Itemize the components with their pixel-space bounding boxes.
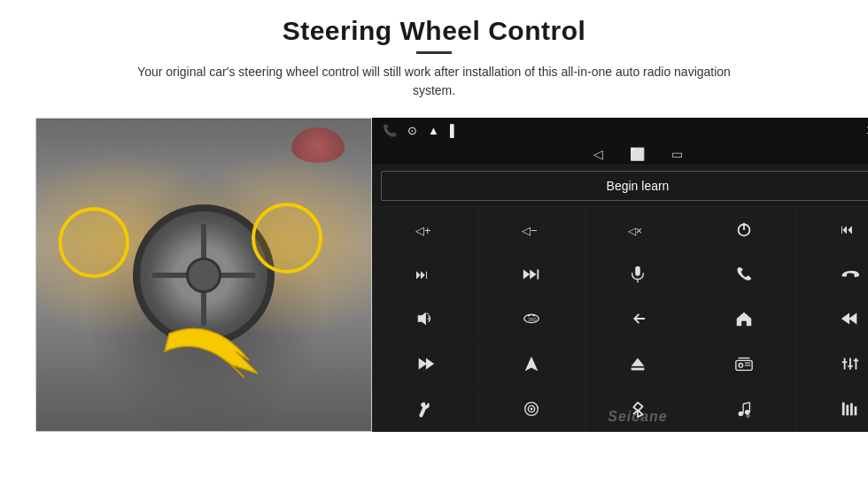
svg-marker-8 — [530, 269, 536, 279]
bluetooth-icon — [628, 399, 647, 419]
wrench-button[interactable] — [373, 387, 478, 431]
svg-marker-12 — [418, 312, 426, 326]
mute-icon: ◁× — [628, 219, 647, 239]
power-button[interactable] — [691, 207, 796, 251]
hangup-button[interactable] — [797, 252, 868, 296]
power-icon — [734, 219, 754, 239]
phone-status-icon: 📞 — [383, 124, 397, 137]
fast-fwd-btn[interactable] — [479, 252, 585, 296]
svg-rect-45 — [850, 404, 853, 416]
svg-point-37 — [738, 412, 743, 417]
circle-left-highlight — [58, 207, 129, 278]
mic-icon — [628, 265, 647, 284]
vol-down-icon: ◁− — [522, 219, 541, 239]
svg-marker-19 — [419, 358, 427, 370]
page-title: Steering Wheel Control — [35, 16, 833, 46]
home-icon — [734, 309, 754, 328]
360-button[interactable]: 360 — [479, 297, 585, 342]
content-area: 📞 ⊙ ▲ ▌ 15:52 ◁ ⬜ ▭ Be — [35, 118, 833, 432]
speaker-button[interactable] — [373, 297, 478, 342]
home-button[interactable] — [691, 297, 796, 342]
begin-learn-button[interactable]: Begin learn — [381, 171, 868, 201]
bars-button[interactable] — [797, 387, 868, 431]
prev-track-icon: ⏮ — [841, 219, 860, 239]
car-image-bg — [36, 119, 371, 431]
vol-down-button[interactable]: ◁− — [479, 207, 585, 251]
skip-back-icon — [841, 309, 860, 328]
navigate-button[interactable] — [479, 342, 585, 386]
next-icon: ⏭ — [415, 265, 435, 284]
phone-button[interactable] — [691, 252, 796, 296]
svg-rect-10 — [635, 266, 640, 276]
android-navbar: ◁ ⬜ ▭ — [372, 142, 868, 166]
target-button[interactable] — [479, 387, 585, 431]
subtitle-text: Your original car's steering wheel contr… — [124, 63, 744, 100]
back-nav-btn[interactable]: ◁ — [593, 147, 603, 161]
back-arrow-button[interactable] — [585, 297, 691, 342]
vol-up-icon: ◁+ — [415, 219, 435, 239]
svg-text:360: 360 — [529, 317, 537, 322]
bars-icon — [841, 399, 860, 419]
hangup-icon — [841, 265, 860, 284]
circle-right-highlight — [252, 203, 322, 273]
svg-rect-43 — [841, 403, 844, 416]
wrench-icon — [415, 399, 435, 419]
android-screen-wrapper: 📞 ⊙ ▲ ▌ 15:52 ◁ ⬜ ▭ Be — [372, 118, 868, 432]
equalizer-icon — [841, 354, 860, 373]
eject-icon — [628, 354, 647, 373]
svg-point-36 — [531, 408, 533, 411]
back-arrow-icon — [628, 309, 647, 328]
svg-text:◁×: ◁× — [628, 224, 642, 236]
svg-rect-23 — [632, 368, 645, 371]
page-container: Steering Wheel Control Your original car… — [0, 0, 868, 485]
svg-point-14 — [428, 319, 430, 320]
svg-text:⚙: ⚙ — [746, 412, 750, 419]
music-icon: ⚙ — [734, 399, 754, 419]
music-button[interactable]: ⚙ — [691, 387, 796, 431]
mute-button[interactable]: ◁× — [585, 207, 691, 251]
radio-button[interactable] — [691, 342, 796, 386]
battery-status-icon: ▌ — [450, 124, 458, 137]
begin-learn-row: Begin learn — [372, 166, 868, 206]
equalizer-button[interactable] — [797, 342, 868, 386]
prev-track-button[interactable]: ⏮ — [797, 207, 868, 251]
mic-button[interactable] — [585, 252, 691, 296]
skip-forward-icon — [415, 354, 435, 373]
svg-marker-17 — [849, 313, 856, 325]
wifi-status-icon: ▲ — [428, 124, 439, 137]
gauge-bg — [291, 127, 345, 163]
bluetooth-button[interactable] — [585, 387, 691, 431]
wheel-hub — [186, 258, 221, 293]
svg-line-40 — [743, 403, 749, 404]
navigate-icon — [522, 354, 541, 373]
svg-text:⏭: ⏭ — [415, 266, 429, 281]
skip-back-button[interactable] — [797, 297, 868, 342]
title-divider — [416, 51, 452, 54]
statusbar-left: 📞 ⊙ ▲ ▌ — [383, 124, 458, 137]
svg-marker-21 — [525, 357, 539, 372]
svg-text:◁+: ◁+ — [415, 223, 431, 236]
controls-grid: ◁+ ◁− ◁× — [372, 206, 868, 432]
svg-rect-46 — [854, 406, 856, 415]
svg-point-25 — [739, 364, 743, 368]
svg-marker-18 — [841, 313, 849, 325]
title-section: Steering Wheel Control Your original car… — [35, 16, 833, 100]
android-ui: 📞 ⊙ ▲ ▌ 15:52 ◁ ⬜ ▭ Be — [372, 118, 868, 432]
svg-marker-20 — [426, 358, 434, 370]
target-icon — [522, 399, 541, 419]
svg-text:⏮: ⏮ — [841, 221, 854, 235]
next-btn[interactable]: ⏭ — [373, 252, 478, 296]
skip-forward-button[interactable] — [373, 342, 478, 386]
phone-icon — [734, 265, 754, 284]
eject-button[interactable] — [585, 342, 691, 386]
car-image — [35, 118, 372, 432]
android-statusbar: 📞 ⊙ ▲ ▌ 15:52 — [372, 118, 868, 142]
recent-nav-btn[interactable]: ▭ — [671, 147, 683, 161]
speaker-icon — [415, 309, 435, 328]
svg-marker-7 — [523, 269, 530, 279]
vol-up-button[interactable]: ◁+ — [373, 207, 478, 251]
svg-rect-44 — [846, 404, 849, 415]
fast-fwd-icon — [522, 265, 541, 284]
radio-icon — [734, 354, 754, 373]
home-nav-btn[interactable]: ⬜ — [630, 147, 645, 161]
